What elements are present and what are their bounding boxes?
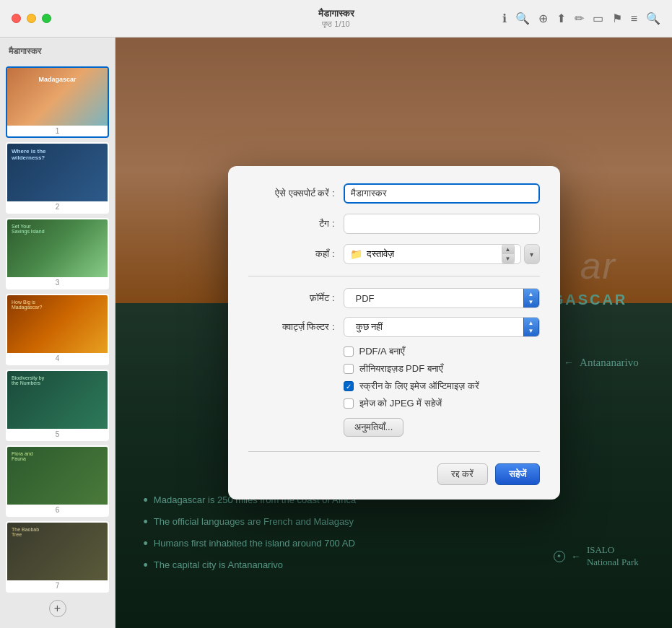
- slide-number-7: 7: [7, 580, 108, 591]
- format-label: फ़ॉर्मेट :: [248, 292, 335, 304]
- slide-preview-2: Where is thewilderness?: [7, 144, 108, 201]
- zoom-out-icon[interactable]: 🔍: [515, 12, 530, 25]
- location-stepper[interactable]: ▲ ▼: [502, 244, 515, 264]
- checkbox-row-4: इमेज को JPEG में सहेजें: [344, 398, 540, 409]
- checkbox-row-1: PDF/A बनाएँ: [344, 346, 540, 357]
- title-center: मैडागास्कर पृष्ठ 1/10: [318, 8, 354, 29]
- minimize-button[interactable]: [27, 14, 36, 23]
- zoom-in-icon[interactable]: ⊕: [538, 12, 548, 25]
- where-label: कहाँ :: [248, 248, 335, 260]
- page-info: पृष्ठ 1/10: [318, 19, 354, 29]
- arrow-down: ▼: [528, 299, 534, 305]
- quartz-value: कुछ नहीं: [350, 321, 523, 333]
- tag-label: टैग :: [248, 218, 335, 230]
- slide-number-2: 2: [7, 201, 108, 212]
- export-dialog: ऐसे एक्सपोर्ट करें : टैग : कहाँ : 📁 दस्त…: [228, 166, 560, 500]
- dialog-overlay: ऐसे एक्सपोर्ट करें : टैग : कहाँ : 📁 दस्त…: [115, 38, 672, 628]
- content-area: ar MADAGASCAR ✦ ← Antananarivo ✦ ← ISALO…: [115, 38, 672, 628]
- slide-1-text: Madagascar: [7, 68, 108, 92]
- pen-icon[interactable]: ✏: [575, 12, 584, 25]
- slide-number-3: 3: [7, 277, 108, 288]
- slide-thumbnail-3[interactable]: Set YourSavings Island 3: [6, 218, 109, 289]
- slide-4-text: How Big isMadagascar?: [7, 295, 108, 314]
- format-field: फ़ॉर्मेट : PDF ▲ ▼: [248, 288, 540, 308]
- slide-preview-6: Flora andFauna: [7, 447, 108, 505]
- format-value: PDF: [350, 293, 523, 304]
- slide-preview-4: How Big isMadagascar?: [7, 295, 108, 353]
- document-title: मैडागास्कर: [318, 8, 354, 19]
- info-icon[interactable]: ℹ: [502, 12, 507, 25]
- slide-preview-3: Set YourSavings Island: [7, 219, 108, 277]
- slide-thumbnail-2[interactable]: Where is thewilderness? 2: [6, 142, 109, 214]
- slide-number-1: 1: [7, 126, 108, 136]
- arrow-down-2: ▼: [528, 328, 534, 334]
- where-value: दस्तावेज़: [367, 248, 394, 260]
- where-dropdown[interactable]: 📁 दस्तावेज़ ▲ ▼: [344, 244, 521, 264]
- where-field: कहाँ : 📁 दस्तावेज़ ▲ ▼ ▾: [248, 244, 540, 264]
- add-slide-button[interactable]: +: [49, 600, 66, 617]
- format-icon[interactable]: ≡: [631, 12, 637, 25]
- traffic-lights: [12, 14, 51, 23]
- slide-thumbnail-6[interactable]: Flora andFauna 6: [6, 445, 109, 517]
- save-button[interactable]: सहेजें: [495, 463, 540, 485]
- slide-thumbnail-4[interactable]: How Big isMadagascar? 4: [6, 294, 109, 365]
- checkbox-jpeg[interactable]: [344, 398, 354, 409]
- sidebar: मैडागास्कर Madagascar 1 Where is thewild…: [0, 38, 115, 628]
- quartz-field: क्वार्ट्ज़ फिल्टर : कुछ नहीं ▲ ▼: [248, 317, 540, 337]
- tag-field: टैग :: [248, 214, 540, 234]
- stepper-down[interactable]: ▼: [502, 254, 514, 263]
- dialog-buttons: रद्द करें सहेजें: [248, 451, 540, 485]
- format-select[interactable]: PDF ▲ ▼: [344, 288, 540, 308]
- sidebar-header: मैडागास्कर: [6, 43, 109, 62]
- quartz-select-arrow[interactable]: ▲ ▼: [523, 317, 539, 337]
- checkbox-optimize[interactable]: [344, 381, 354, 391]
- checkbox-row-3: स्क्रीन के लिए इमेज ऑप्टिमाइज़ करें: [344, 380, 540, 392]
- cancel-button[interactable]: रद्द करें: [437, 463, 488, 485]
- stepper-up[interactable]: ▲: [502, 245, 514, 254]
- slide-number-6: 6: [7, 505, 108, 515]
- slide-thumbnail-1[interactable]: Madagascar 1: [6, 66, 109, 138]
- checkbox-jpeg-label: इमेज को JPEG में सहेजें: [359, 398, 442, 409]
- quartz-label: क्वार्ट्ज़ फिल्टर :: [248, 321, 335, 333]
- export-as-input[interactable]: [344, 183, 540, 204]
- export-as-field: ऐसे एक्सपोर्ट करें :: [248, 183, 540, 204]
- maximize-button[interactable]: [42, 14, 51, 23]
- share-icon[interactable]: ⬆: [557, 12, 566, 25]
- flag-icon[interactable]: ⚑: [612, 12, 622, 25]
- search-icon[interactable]: 🔍: [646, 12, 660, 25]
- slide-7-text: The BaobabTree: [7, 523, 108, 541]
- slide-3-text: Set YourSavings Island: [7, 219, 108, 238]
- quartz-select[interactable]: कुछ नहीं ▲ ▼: [344, 317, 540, 337]
- slide-thumbnail-7[interactable]: The BaobabTree 7: [6, 521, 109, 593]
- checkbox-pdf-a[interactable]: [344, 346, 354, 357]
- slide-preview-5: Biodiversity bythe Numbers: [7, 371, 108, 429]
- checkbox-optimize-label: स्क्रीन के लिए इमेज ऑप्टिमाइज़ करें: [359, 380, 479, 392]
- arrow-up: ▲: [528, 291, 534, 297]
- checkbox-row-2: लीनियराइज़ड PDF बनाएँ: [344, 363, 540, 375]
- tag-input[interactable]: [344, 214, 540, 234]
- slide-preview-7: The BaobabTree: [7, 523, 108, 580]
- slide-number-5: 5: [7, 429, 108, 440]
- slide-number-4: 4: [7, 353, 108, 364]
- checkboxes: PDF/A बनाएँ लीनियराइज़ड PDF बनाएँ स्क्री…: [344, 346, 540, 409]
- folder-icon: 📁: [350, 248, 362, 260]
- checkbox-linearized[interactable]: [344, 364, 354, 374]
- main-layout: मैडागास्कर Madagascar 1 Where is thewild…: [0, 38, 672, 628]
- arrow-up-2: ▲: [528, 320, 534, 326]
- format-select-arrow[interactable]: ▲ ▼: [523, 288, 539, 308]
- slide-preview-1: Madagascar: [7, 68, 108, 126]
- checkbox-linearized-label: लीनियराइज़ड PDF बनाएँ: [359, 363, 443, 375]
- where-dropdown-inner: 📁 दस्तावेज़: [350, 248, 499, 260]
- slide-5-text: Biodiversity bythe Numbers: [7, 371, 108, 390]
- slide-6-text: Flora andFauna: [7, 447, 108, 466]
- view-icon[interactable]: ▭: [593, 12, 603, 25]
- toolbar-icons: ℹ 🔍 ⊕ ⬆ ✏ ▭ ⚑ ≡ 🔍: [502, 12, 660, 25]
- permissions-button[interactable]: अनुमतियाँ...: [344, 418, 404, 437]
- where-expand-button[interactable]: ▾: [524, 244, 540, 264]
- slide-thumbnail-5[interactable]: Biodiversity bythe Numbers 5: [6, 370, 109, 441]
- export-as-label: ऐसे एक्सपोर्ट करें :: [248, 188, 335, 199]
- checkbox-pdf-a-label: PDF/A बनाएँ: [359, 346, 405, 357]
- slide-2-text: Where is thewilderness?: [7, 144, 108, 165]
- close-button[interactable]: [12, 14, 21, 23]
- title-bar: मैडागास्कर पृष्ठ 1/10 ℹ 🔍 ⊕ ⬆ ✏ ▭ ⚑ ≡ 🔍: [0, 0, 672, 38]
